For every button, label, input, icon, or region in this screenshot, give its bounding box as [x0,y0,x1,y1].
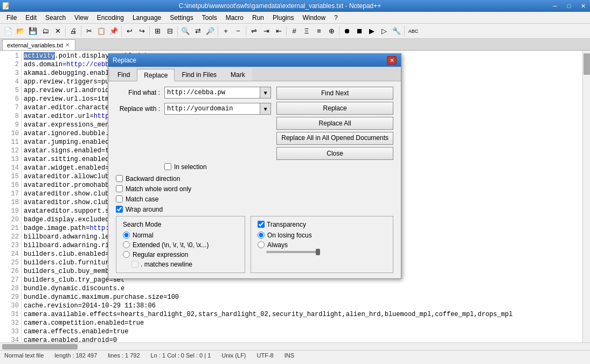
replace-all-opened-button[interactable]: Replace All in All Opened Documents [276,132,393,145]
in-selection-checkbox[interactable] [164,163,171,170]
radio-normal-input[interactable] [123,232,130,239]
tb-zoom-in[interactable]: + [220,25,232,37]
tab-find[interactable]: Find [110,68,137,81]
tb-format2[interactable]: ≡ [313,25,325,37]
tb-redo[interactable]: ↪ [136,25,148,37]
find-what-dropdown[interactable]: ▼ [260,87,271,99]
separator [121,26,122,37]
tb-close[interactable]: ✕ [52,25,64,37]
tb-macro[interactable]: ⊞ [151,25,163,37]
find-input-wrap: ▼ [164,87,271,99]
tb-wordwrap[interactable]: ⇌ [248,25,260,37]
replace-with-dropdown[interactable]: ▼ [260,103,271,115]
tb-save[interactable]: 💾 [27,25,39,37]
menu-language[interactable]: Language [128,13,165,23]
tb-macro2[interactable]: ⊟ [164,25,176,37]
menu-help[interactable]: ? [330,13,342,23]
replace-button[interactable]: Replace [276,102,393,115]
radio-always-input[interactable] [258,241,265,248]
dialog-close-button[interactable]: ✕ [387,56,397,65]
tb-undo[interactable]: ↩ [123,25,135,37]
tb-save-all[interactable]: 🗂 [39,25,51,37]
tb-abc[interactable]: ABC [406,25,420,37]
tb-macro-save[interactable]: 🔧 [391,25,402,37]
status-line-endings: Unix (LF) [221,352,246,359]
maximize-button[interactable]: □ [562,0,576,12]
tb-find-files[interactable]: 🔎 [204,25,216,37]
separator [404,26,405,37]
menu-run[interactable]: Run [248,13,268,23]
scroll-thumb-h[interactable] [2,344,78,349]
in-selection-label: In selection [174,163,207,171]
tb-format[interactable]: Ξ [301,25,313,37]
app-icon: 📝 [0,2,12,10]
whole-word-checkbox[interactable] [116,185,123,192]
dialog-title-bar[interactable]: Replace ✕ [108,54,401,67]
horizontal-scrollbar[interactable] [0,342,590,350]
radio-normal: Normal [123,232,238,239]
replace-with-input[interactable] [164,103,260,115]
matches-newline-checkbox[interactable] [131,261,138,268]
menu-window[interactable]: Window [298,13,330,23]
dialog-title: Replace [113,57,136,64]
radio-always-label: Always [267,241,288,249]
tb-play[interactable]: ▶ [366,25,378,37]
status-ins: INS [284,352,294,359]
wrap-around-checkbox[interactable] [116,206,123,213]
status-lines: lines : 1 792 [108,352,140,359]
tb-record[interactable]: ⏺ [341,25,353,37]
tab-replace[interactable]: Replace [137,69,175,81]
tb-new[interactable]: 📄 [2,25,14,37]
separator [177,26,178,37]
tb-paste[interactable]: 📌 [108,25,120,37]
tb-format3[interactable]: ⊕ [325,25,337,37]
tb-cut[interactable]: ✂ [83,25,95,37]
menu-search[interactable]: Search [41,13,70,23]
menu-encoding[interactable]: Encoding [93,13,128,23]
tb-replace[interactable]: ⇄ [192,25,204,37]
menu-file[interactable]: File [2,13,21,23]
find-what-label: Find what : [116,89,164,96]
match-case-checkbox[interactable] [116,195,123,202]
tb-indent[interactable]: ⇥ [260,25,272,37]
radio-losing-focus-input[interactable] [258,232,265,239]
transparency-label: Transparency [267,221,306,228]
tb-unindent[interactable]: ⇤ [273,25,284,37]
menu-view[interactable]: View [70,13,93,23]
tb-open[interactable]: 📂 [15,25,26,37]
close-button[interactable]: ✕ [576,0,590,12]
whole-word-row: Match whole word only [116,185,393,193]
transparency-slider-thumb[interactable] [316,249,320,255]
tb-print[interactable]: 🖨 [67,25,79,37]
matches-newline-row: . matches newline [131,261,238,268]
dialog-overlay: Replace ✕ Find Replace Find in Files Mar… [0,51,590,342]
wrap-around-row: Wrap around [116,206,393,213]
backward-checkbox[interactable] [116,175,123,182]
replace-all-button[interactable]: Replace All [276,117,393,130]
find-next-button[interactable]: Find Next [276,87,393,100]
radio-extended-input[interactable] [123,241,130,248]
replace-with-label: Replace with : [116,105,164,113]
close-button[interactable]: Close [276,147,393,160]
menu-edit[interactable]: Edit [21,13,41,23]
minimize-button[interactable]: ─ [548,0,562,12]
tb-stop[interactable]: ⏹ [353,25,365,37]
tb-zoom-out[interactable]: − [232,25,244,37]
find-what-input[interactable] [164,87,260,99]
tb-play-more[interactable]: ▷ [378,25,390,37]
tab-close-icon[interactable]: ✕ [65,42,70,48]
tb-search[interactable]: 🔍 [179,25,191,37]
radio-regex-input[interactable] [123,251,130,258]
menu-settings[interactable]: Settings [165,13,197,23]
transparency-checkbox[interactable] [258,221,265,228]
tab-mark[interactable]: Mark [224,68,252,81]
menu-macro[interactable]: Macro [221,13,248,23]
menu-plugins[interactable]: Plugins [268,13,298,23]
search-mode-box: Search Mode Normal Extended (\n, \r, \t,… [116,216,245,273]
menu-tools[interactable]: Tools [198,13,221,23]
in-selection-row: In selection [164,163,393,171]
tb-linenums[interactable]: # [288,25,300,37]
editor-tab[interactable]: external_variables.txt ✕ [2,39,75,50]
tb-copy[interactable]: 📋 [95,25,107,37]
tab-find-in-files[interactable]: Find in Files [175,68,224,81]
